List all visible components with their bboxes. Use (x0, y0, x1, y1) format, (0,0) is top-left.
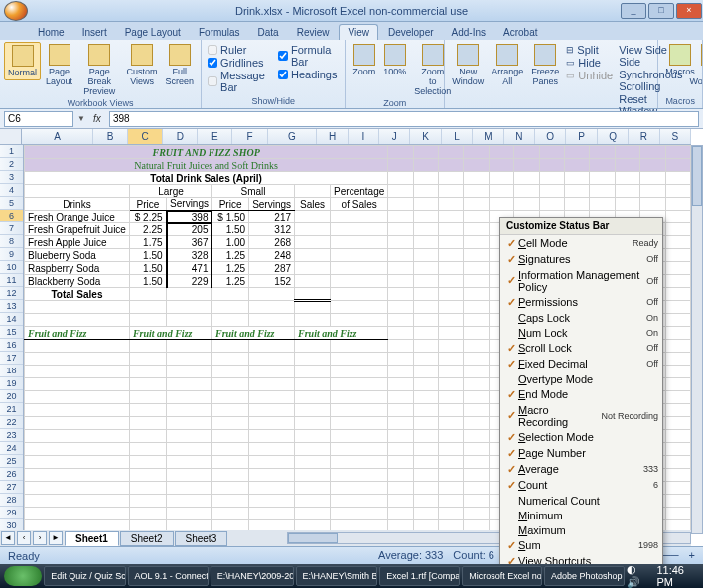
row-header-9[interactable]: 9 (0, 248, 23, 261)
row-header-28[interactable]: 28 (0, 494, 23, 507)
row-header-8[interactable]: 8 (0, 235, 23, 248)
chk-headings[interactable]: Headings (278, 69, 339, 80)
ctx-item-7[interactable]: ✓Fixed DecimalOff (500, 356, 662, 371)
name-box[interactable]: C6 (4, 111, 73, 127)
clock[interactable]: 11:46 PM (656, 564, 699, 588)
col-header-H[interactable]: H (317, 129, 348, 144)
row-header-3[interactable]: 3 (0, 171, 23, 184)
row-header-10[interactable]: 10 (0, 261, 23, 274)
tab-nav-first[interactable]: ◄ (1, 531, 15, 545)
lp-2[interactable]: 1.75 (129, 236, 166, 249)
col-header-I[interactable]: I (349, 129, 379, 144)
tab-home[interactable]: Home (30, 25, 72, 40)
ff-2[interactable]: Fruit and Fizz (129, 327, 211, 340)
ss-5[interactable]: 152 (249, 275, 295, 288)
taskbar-item-2[interactable]: E:\HANEY\2009-20… (211, 566, 294, 586)
ls-1[interactable]: 205 (167, 223, 212, 236)
shop-subtitle[interactable]: Natural Fruit Juices and Soft Drinks (25, 159, 388, 172)
hdr-total[interactable]: Total Drink Sales (April) (25, 172, 388, 185)
hdr-small[interactable]: Small (211, 185, 294, 198)
sp-3[interactable]: 1.25 (211, 249, 248, 262)
hdr-large[interactable]: Large (129, 185, 211, 198)
ctx-item-2[interactable]: ✓Information Management PolicyOff (500, 267, 662, 294)
drink-3[interactable]: Blueberry Soda (25, 249, 130, 262)
row-header-29[interactable]: 29 (0, 507, 23, 519)
lp-1[interactable]: 2.25 (129, 223, 166, 236)
drink-1[interactable]: Fresh Grapefruit Juice (25, 223, 130, 236)
zoom-zoom[interactable]: Zoom (350, 42, 378, 78)
zoom-in-icon[interactable]: + (689, 549, 695, 562)
view-normal[interactable]: Normal (4, 42, 41, 80)
drink-4[interactable]: Raspberry Soda (25, 262, 130, 275)
btn-split[interactable]: ⊟ Split (566, 44, 613, 56)
sp-0[interactable]: $ 1.50 (211, 211, 248, 223)
win-arrange-all[interactable]: ArrangeAll (489, 42, 526, 88)
row-header-21[interactable]: 21 (0, 403, 23, 416)
ctx-item-1[interactable]: ✓SignaturesOff (500, 251, 662, 267)
sheet-tab-sheet2[interactable]: Sheet2 (120, 531, 174, 546)
ls-4[interactable]: 471 (167, 262, 212, 275)
ls-0[interactable]: 398 (167, 211, 212, 223)
col-header-Q[interactable]: Q (598, 129, 629, 144)
vertical-scrollbar[interactable] (691, 145, 703, 534)
minimize-button[interactable]: _ (621, 3, 646, 19)
ctx-item-12[interactable]: ✓Page Number (500, 445, 662, 461)
lp-5[interactable]: 1.50 (129, 275, 166, 288)
col-header-A[interactable]: A (22, 129, 93, 144)
fx-icon[interactable]: fx (89, 113, 105, 124)
tray-icons[interactable]: ◐ 🔊 (627, 563, 650, 588)
ss-3[interactable]: 248 (249, 249, 295, 262)
col-header-C[interactable]: C (128, 129, 163, 144)
col-header-J[interactable]: J (379, 129, 410, 144)
hdr-price-s[interactable]: Price (211, 198, 248, 211)
lp-0[interactable]: $ 2.25 (129, 211, 166, 223)
taskbar-item-6[interactable]: Adobe Photoshop … (544, 566, 625, 586)
ff-3[interactable]: Fruit and Fizz (211, 327, 294, 340)
ctx-item-5[interactable]: Num LockOn (500, 325, 662, 340)
view-page-break-preview[interactable]: PageBreak Preview (77, 42, 122, 98)
btn-hide[interactable]: ▭ Hide (566, 57, 613, 69)
col-header-N[interactable]: N (504, 129, 535, 144)
tab-review[interactable]: Review (289, 25, 338, 40)
row-header-12[interactable]: 12 (0, 287, 23, 300)
row-header-7[interactable]: 7 (0, 222, 23, 235)
ctx-item-6[interactable]: ✓Scroll LockOff (500, 340, 662, 356)
row-header-24[interactable]: 24 (0, 442, 23, 455)
hdr-ofsales[interactable]: of Sales (331, 198, 388, 211)
row-header-5[interactable]: 5 (0, 197, 23, 210)
row-header-11[interactable]: 11 (0, 274, 23, 287)
col-header-S[interactable]: S (660, 129, 691, 144)
row-header-15[interactable]: 15 (0, 326, 23, 339)
start-button[interactable] (4, 566, 42, 586)
ctx-item-9[interactable]: ✓End Mode (500, 386, 662, 402)
taskbar-item-0[interactable]: Edit Quiz / Quiz Sc… (44, 566, 125, 586)
btn-macros[interactable]: Macros (662, 42, 698, 78)
tab-nav-last[interactable]: ► (49, 531, 63, 545)
ff-4[interactable]: Fruit and Fizz (295, 327, 388, 340)
ctx-item-15[interactable]: Numerical Count (500, 493, 662, 508)
row-header-23[interactable]: 23 (0, 429, 23, 442)
zoom-100[interactable]: 100% (380, 42, 409, 78)
ctx-item-4[interactable]: Caps LockOn (500, 310, 662, 325)
row-header-17[interactable]: 17 (0, 352, 23, 365)
lp-3[interactable]: 1.50 (129, 249, 166, 262)
ss-2[interactable]: 268 (249, 236, 295, 249)
tab-insert[interactable]: Insert (74, 25, 115, 40)
view-custom-views[interactable]: CustomViews (124, 42, 161, 88)
col-header-G[interactable]: G (268, 129, 318, 144)
formula-bar[interactable]: 398 (109, 111, 699, 127)
col-header-B[interactable]: B (93, 129, 128, 144)
hdr-serv-s[interactable]: Servings (249, 198, 295, 211)
tab-acrobat[interactable]: Acrobat (495, 25, 545, 40)
tab-developer[interactable]: Developer (380, 25, 442, 40)
hdr-serv-l[interactable]: Servings (167, 198, 212, 211)
row-header-26[interactable]: 26 (0, 468, 23, 481)
chk-gridlines[interactable]: Gridlines (208, 57, 272, 69)
ctx-item-16[interactable]: Minimum (500, 508, 662, 522)
row-header-22[interactable]: 22 (0, 416, 23, 429)
btn-unhide[interactable]: ▭ Unhide (566, 70, 613, 81)
col-header-K[interactable]: K (410, 129, 441, 144)
row-header-25[interactable]: 25 (0, 455, 23, 468)
col-header-F[interactable]: F (232, 129, 267, 144)
hdr-pct[interactable]: Percentage (331, 185, 388, 198)
